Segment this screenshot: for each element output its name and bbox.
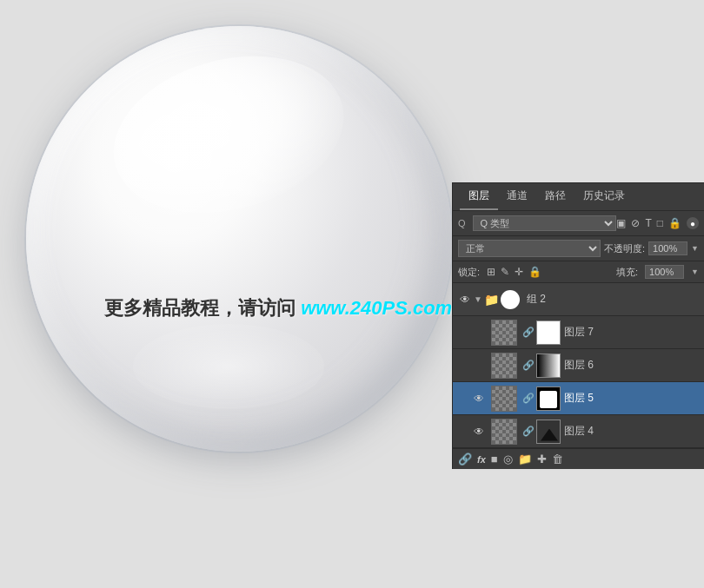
filter-icon-adj[interactable]: ⊘	[631, 217, 640, 229]
panel-tabs: 图层 通道 路径 历史记录	[453, 183, 704, 211]
fill-arrow: ▼	[691, 268, 699, 276]
layer6-thumb	[491, 353, 517, 379]
eye-group2[interactable]: 👁	[456, 294, 474, 306]
layer4-thumb	[491, 419, 517, 445]
delete-footer-icon[interactable]: 🗑	[552, 453, 563, 466]
layer-row-layer7[interactable]: 🔗 图层 7	[453, 316, 704, 349]
chain-icon-layer6: 🔗	[522, 360, 535, 371]
layer5-name: 图层 5	[564, 391, 701, 406]
lock-label: 锁定:	[458, 266, 480, 279]
watermark: 更多精品教程，请访问 www.240PS.com	[104, 295, 452, 321]
filter-icons: ▣ ⊘ T □ 🔒 ●	[616, 217, 699, 229]
search-row: Q Q 类型 ▣ ⊘ T □ 🔒 ●	[453, 211, 704, 236]
lock-all-icon[interactable]: 🔒	[528, 266, 541, 278]
opacity-value[interactable]: 100%	[648, 241, 687, 255]
watermark-url: www.240PS.com	[301, 297, 452, 319]
link-footer-icon[interactable]: 🔗	[458, 453, 472, 466]
search-icon: Q	[458, 218, 466, 228]
chain-icon-layer5: 🔗	[522, 393, 535, 404]
group-arrow-group2[interactable]: ▼	[474, 294, 482, 304]
add-footer-icon[interactable]: ✚	[537, 453, 547, 466]
filter-icon-smart[interactable]: 🔒	[668, 217, 681, 229]
tab-paths[interactable]: 路径	[536, 183, 574, 210]
layer7-name: 图层 7	[564, 325, 701, 340]
blend-mode-dropdown[interactable]: 正常	[458, 240, 601, 257]
filter-icon-type[interactable]: T	[645, 217, 651, 229]
layer-row-layer6[interactable]: 🔗 图层 6	[453, 349, 704, 382]
layers-panel: 图层 通道 路径 历史记录 Q Q 类型 ▣ ⊘ T □ 🔒 ● 正常 不透明度…	[452, 182, 704, 469]
layer4-mask-thumb	[536, 420, 561, 444]
chain-icon-layer4: 🔗	[522, 426, 535, 437]
adj-footer-icon[interactable]: ◎	[503, 453, 513, 466]
eye-layer4[interactable]: 👁	[470, 426, 488, 438]
eye-icon-group2: 👁	[460, 294, 470, 306]
layer5-thumb	[491, 386, 517, 412]
fill-label: 填充:	[616, 266, 638, 279]
lock-art-icon[interactable]: ✛	[515, 266, 523, 278]
layer5-mask-thumb	[536, 386, 561, 411]
layer-row-layer4[interactable]: 👁 🔗 图层 4	[453, 415, 704, 448]
filter-dropdown[interactable]: Q 类型	[473, 215, 617, 231]
watermark-text1: 更多精品教程，请访问	[104, 297, 301, 319]
mask-footer-icon[interactable]: ■	[491, 453, 498, 466]
lock-icons: ⊞ ✎ ✛ 🔒	[487, 266, 541, 278]
fx-footer-icon[interactable]: fx	[477, 454, 486, 465]
eye-layer5[interactable]: 👁	[470, 393, 488, 405]
fill-value[interactable]: 100%	[645, 265, 684, 279]
chain-icon-layer7: 🔗	[522, 327, 535, 338]
folder-icon-group2: 📁	[484, 293, 499, 307]
lock-row: 锁定: ⊞ ✎ ✛ 🔒 填充: 100% ▼	[453, 261, 704, 283]
blend-row: 正常 不透明度: 100% ▼	[453, 236, 704, 261]
tab-history[interactable]: 历史记录	[574, 183, 634, 210]
folder-footer-icon[interactable]: 📁	[518, 453, 532, 466]
glass-ball	[26, 26, 452, 452]
opacity-arrow: ▼	[691, 244, 699, 253]
layer6-name: 图层 6	[564, 358, 701, 373]
group2-circle-thumb	[501, 290, 520, 309]
layer7-mask-thumb	[536, 320, 561, 345]
layer-row-layer5[interactable]: 👁 🔗 图层 5	[453, 382, 704, 415]
filter-icon-shape[interactable]: □	[657, 217, 663, 229]
layer4-name: 图层 4	[564, 424, 701, 439]
lock-position-icon[interactable]: ✎	[501, 266, 509, 278]
opacity-label: 不透明度:	[604, 242, 645, 255]
lock-pixel-icon[interactable]: ⊞	[487, 266, 495, 278]
tab-layers[interactable]: 图层	[460, 183, 498, 210]
eye-icon-layer5: 👁	[474, 393, 484, 405]
layer7-thumb	[491, 320, 517, 346]
filter-icon-pixel[interactable]: ▣	[616, 217, 626, 229]
layer6-mask-thumb	[536, 353, 561, 378]
group2-name: 组 2	[527, 292, 701, 307]
eye-icon-layer4: 👁	[474, 426, 484, 438]
panel-footer: 🔗 fx ■ ◎ 📁 ✚ 🗑	[453, 448, 704, 469]
layer-row-group2[interactable]: 👁 ▼ 📁 组 2	[453, 283, 704, 316]
filter-toggle[interactable]: ●	[687, 217, 699, 229]
tab-channels[interactable]: 通道	[498, 183, 536, 210]
